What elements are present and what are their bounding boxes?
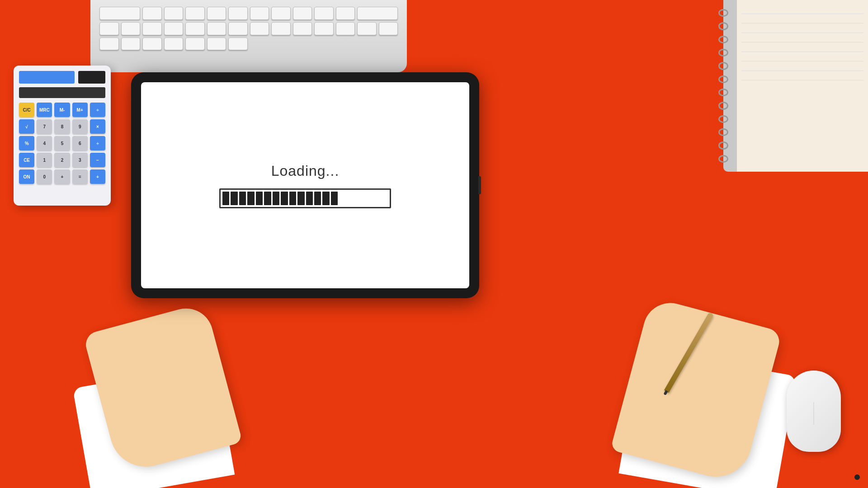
notebook-line <box>741 42 863 42</box>
calculator: C/C MRC M- M+ ÷ √ 7 8 9 × % 4 5 6 ÷ CE 1… <box>14 66 111 206</box>
calc-btn-0[interactable]: 0 <box>37 169 52 184</box>
key-d <box>164 22 184 35</box>
key-k <box>336 22 355 35</box>
key-shift <box>357 7 398 20</box>
spiral-ring <box>718 102 728 109</box>
key-3 <box>228 7 248 20</box>
key-n <box>99 38 119 51</box>
notebook-line <box>741 70 863 71</box>
key-z <box>142 7 162 20</box>
calc-btn-8[interactable]: 8 <box>54 119 70 134</box>
spiral-ring <box>718 155 728 163</box>
progress-segment <box>297 192 304 205</box>
spiral-ring <box>718 75 728 83</box>
progress-segment <box>314 192 321 205</box>
progress-segment <box>273 192 279 205</box>
calc-btn-3[interactable]: 3 <box>72 153 88 167</box>
calc-btn-7[interactable]: 7 <box>37 119 52 134</box>
notebook-line <box>741 23 863 23</box>
progress-segment <box>239 192 246 205</box>
progress-segment <box>247 192 254 205</box>
calc-blue-display <box>19 71 75 84</box>
calc-btn-4[interactable]: 4 <box>37 136 52 150</box>
key-l <box>357 22 377 35</box>
calc-btn-2[interactable]: 2 <box>54 153 70 167</box>
tablet-power-button[interactable] <box>478 176 481 194</box>
notebook-line <box>741 52 863 52</box>
calc-btn-cc[interactable]: C/C <box>19 103 34 117</box>
key-7 <box>314 7 334 20</box>
loading-text: Loading... <box>271 163 340 179</box>
tablet-screen: Loading... <box>141 82 469 288</box>
notebook-line <box>741 14 863 14</box>
calc-btn-multiply[interactable]: × <box>90 119 105 134</box>
tablet-frame: Loading... <box>131 72 479 298</box>
notebook-spiral <box>717 9 730 163</box>
calc-buttons-grid: C/C MRC M- M+ ÷ √ 7 8 9 × % 4 5 6 ÷ CE 1… <box>19 103 105 184</box>
calc-btn-mrc[interactable]: MRC <box>37 103 52 117</box>
progress-segment <box>322 192 329 205</box>
key-m <box>379 22 398 35</box>
key-i <box>271 22 291 35</box>
calc-btn-1[interactable]: 1 <box>37 153 52 167</box>
calc-btn-9[interactable]: 9 <box>72 119 88 134</box>
calc-btn-sqrt[interactable]: √ <box>19 119 34 134</box>
calc-btn-divide[interactable]: ÷ <box>90 103 105 117</box>
key-q <box>164 38 184 51</box>
notebook-lines <box>741 14 863 89</box>
calc-btn-on[interactable]: ON <box>19 169 34 184</box>
calc-btn-mplus[interactable]: M+ <box>72 103 88 117</box>
progress-segment <box>222 192 229 205</box>
progress-segment <box>348 192 354 205</box>
calc-btn-ce[interactable]: CE <box>19 153 34 167</box>
key-ctrl <box>314 22 334 35</box>
notebook-line <box>741 61 863 61</box>
progress-segment <box>231 192 237 205</box>
calc-btn-divide2[interactable]: ÷ <box>90 136 105 150</box>
spiral-ring <box>718 22 728 30</box>
calc-btn-percent[interactable]: % <box>19 136 34 150</box>
notebook-line <box>741 80 863 80</box>
notebook <box>723 0 868 172</box>
calc-btn-5[interactable]: 5 <box>54 136 70 150</box>
progress-segment <box>373 192 379 205</box>
calc-btn-plus[interactable]: + <box>90 169 105 184</box>
calc-main-display <box>19 87 105 98</box>
calc-btn-mminus[interactable]: M- <box>54 103 70 117</box>
key-8 <box>336 7 355 20</box>
key-g <box>228 22 248 35</box>
spiral-ring <box>718 128 728 136</box>
progress-segment <box>264 192 271 205</box>
calc-btn-minus[interactable]: − <box>90 153 105 167</box>
spiral-ring <box>718 141 728 149</box>
key-s <box>207 38 226 51</box>
key-6 <box>293 7 312 20</box>
spiral-ring <box>718 115 728 123</box>
dot-indicator <box>854 474 860 480</box>
key-4 <box>250 7 269 20</box>
progress-segment <box>339 192 346 205</box>
mouse <box>787 371 841 452</box>
key-c <box>142 22 162 35</box>
key-x <box>164 7 184 20</box>
spiral-ring <box>718 49 728 56</box>
notebook-line <box>741 33 863 33</box>
key-lock <box>99 7 140 20</box>
progress-segment <box>256 192 263 205</box>
key-r <box>185 38 205 51</box>
key-b <box>121 22 141 35</box>
progress-segment <box>306 192 313 205</box>
progress-segment <box>331 192 338 205</box>
calc-btn-6[interactable]: 6 <box>72 136 88 150</box>
key-p <box>142 38 162 51</box>
key-h <box>250 22 269 35</box>
calc-btn-equals[interactable]: = <box>72 169 88 184</box>
tablet: Loading... <box>131 72 479 298</box>
spiral-ring <box>718 9 728 17</box>
key-1 <box>185 7 205 20</box>
calc-btn-plusminus[interactable]: + <box>54 169 70 184</box>
progress-segment <box>356 192 363 205</box>
progress-segment <box>381 192 388 205</box>
calc-display-top <box>19 71 105 84</box>
progress-segment <box>281 192 288 205</box>
